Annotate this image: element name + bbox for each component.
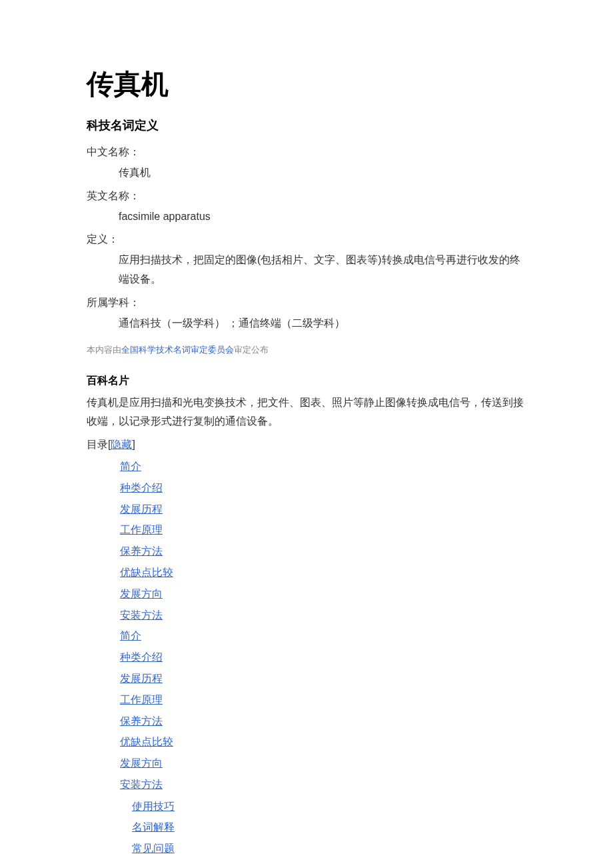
toc-item: 种类介绍 <box>120 479 526 498</box>
toc-link[interactable]: 简介 <box>120 461 141 472</box>
toc-link[interactable]: 发展方向 <box>120 757 163 769</box>
page-title: 传真机 <box>87 60 526 109</box>
english-name-label: 英文名称： <box>87 187 526 206</box>
discipline-label: 所属学科： <box>87 293 526 313</box>
card-heading: 百科名片 <box>87 371 526 391</box>
toc-item: 使用技巧 <box>132 797 526 817</box>
toc-item: 名词解释 <box>132 818 526 837</box>
toc-item: 种类介绍 <box>120 648 526 667</box>
toc-list-primary: 简介种类介绍发展历程工作原理保养方法优缺点比较发展方向安装方法简介种类介绍发展历… <box>87 457 526 795</box>
attribution-suffix: 审定公布 <box>234 345 269 355</box>
attribution: 本内容由全国科学技术名词审定委员会审定公布 <box>87 342 526 357</box>
attribution-link[interactable]: 全国科学技术名词审定委员会 <box>121 345 234 355</box>
toc-item: 发展历程 <box>120 500 526 519</box>
toc-link[interactable]: 使用技巧 <box>132 801 175 812</box>
discipline-value: 通信科技（一级学科） ；通信终端（二级学科） <box>119 314 526 333</box>
definition-value: 应用扫描技术，把固定的图像(包括相片、文字、图表等)转换成电信号再进行收发的终端… <box>119 251 526 289</box>
toc-header: 目录[隐藏] <box>87 435 526 455</box>
toc-item: 发展方向 <box>120 754 526 773</box>
chinese-name-label: 中文名称： <box>87 143 526 162</box>
chinese-name-value: 传真机 <box>119 163 526 183</box>
toc-link[interactable]: 名词解释 <box>132 821 175 833</box>
attribution-prefix: 本内容由 <box>87 345 121 355</box>
toc-link[interactable]: 工作原理 <box>120 524 163 535</box>
toc-link[interactable]: 简介 <box>120 630 141 641</box>
toc-item: 工作原理 <box>120 691 526 710</box>
toc-item: 常见问题 <box>132 839 526 859</box>
toc-link[interactable]: 优缺点比较 <box>120 736 173 747</box>
toc-link[interactable]: 优缺点比较 <box>120 567 173 578</box>
toc-link[interactable]: 安装方法 <box>120 609 163 621</box>
toc-item: 安装方法 <box>120 606 526 625</box>
toc-link[interactable]: 发展历程 <box>120 503 163 515</box>
term-definition-heading: 科技名词定义 <box>87 115 526 136</box>
toc-link[interactable]: 保养方法 <box>120 545 163 557</box>
toc-item: 优缺点比较 <box>120 563 526 583</box>
toc-link[interactable]: 种类介绍 <box>120 482 163 493</box>
toc-label: 目录 <box>87 439 108 450</box>
toc-item: 发展方向 <box>120 585 526 604</box>
english-name-value: facsimile apparatus <box>119 207 526 227</box>
toc-link[interactable]: 发展历程 <box>120 673 163 684</box>
toc-item: 简介 <box>120 457 526 477</box>
toc-link[interactable]: 发展方向 <box>120 588 163 599</box>
toc-item: 发展历程 <box>120 669 526 689</box>
toc-item: 工作原理 <box>120 521 526 540</box>
toc-link[interactable]: 保养方法 <box>120 715 163 727</box>
toc-link[interactable]: 工作原理 <box>120 694 163 705</box>
toc-item: 简介 <box>120 627 526 646</box>
toc-item: 优缺点比较 <box>120 733 526 752</box>
toc-hide-link[interactable]: 隐藏 <box>111 439 132 450</box>
toc-list-bulleted: 使用技巧名词解释常见问题 <box>87 797 526 859</box>
toc-item: 保养方法 <box>120 712 526 731</box>
definition-label: 定义： <box>87 230 526 249</box>
toc-link[interactable]: 常见问题 <box>132 843 175 854</box>
toc-link[interactable]: 安装方法 <box>120 779 163 790</box>
toc-link[interactable]: 种类介绍 <box>120 651 163 663</box>
toc-item: 安装方法 <box>120 775 526 795</box>
toc-item: 保养方法 <box>120 542 526 561</box>
card-description: 传真机是应用扫描和光电变换技术，把文件、图表、照片等静止图像转换成电信号，传送到… <box>87 393 526 432</box>
